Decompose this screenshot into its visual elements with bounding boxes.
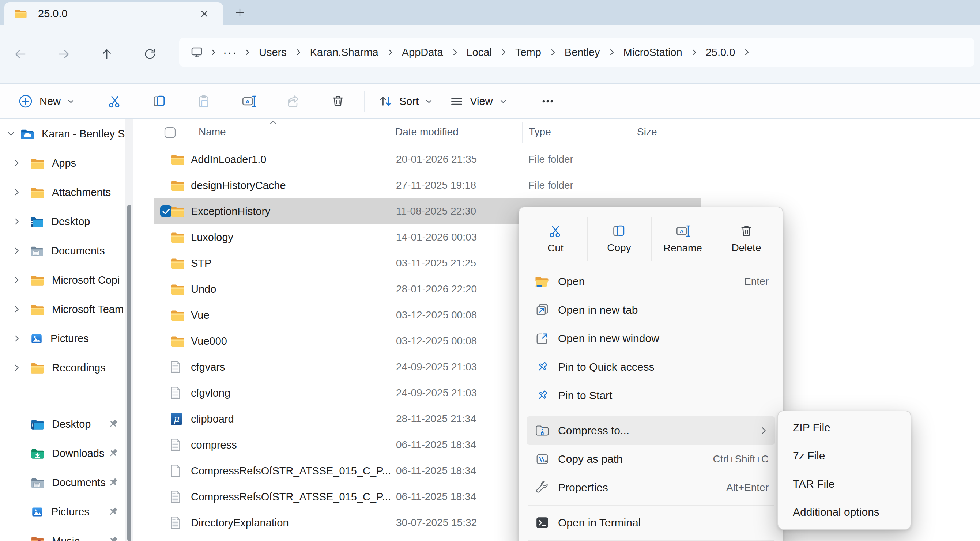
- chevron-down-icon: [425, 97, 433, 106]
- context-action-rename[interactable]: ARename: [651, 212, 714, 266]
- view-button[interactable]: View: [441, 88, 515, 115]
- menu-item-compress-to[interactable]: Compress to...: [527, 416, 775, 445]
- folder-icon: [170, 153, 185, 165]
- column-divider[interactable]: [634, 122, 635, 143]
- sidebar-item-onedrive-root[interactable]: Karan - Bentley S: [0, 119, 137, 148]
- breadcrumb-item-karan-sharma[interactable]: Karan.Sharma: [305, 46, 384, 59]
- context-action-copy[interactable]: Copy: [587, 212, 651, 266]
- explorer-tab[interactable]: 25.0.0: [5, 2, 223, 25]
- column-header-name[interactable]: Name: [199, 126, 226, 138]
- share-button[interactable]: [272, 88, 315, 115]
- this-pc-icon[interactable]: [190, 46, 203, 59]
- file-row-designhistorycache[interactable]: designHistoryCache27-11-2025 19:18File f…: [137, 172, 980, 198]
- file-name: Luxology: [191, 231, 233, 243]
- mu-icon: μ: [170, 412, 182, 425]
- refresh-button[interactable]: [138, 43, 162, 66]
- sort-button[interactable]: Sort: [370, 88, 441, 115]
- column-header-type[interactable]: Type: [529, 126, 551, 138]
- column-header-size[interactable]: Size: [637, 126, 657, 138]
- cut-button[interactable]: [94, 88, 136, 115]
- doclined-icon: [170, 490, 180, 503]
- new-tab-button[interactable]: [231, 4, 249, 21]
- chevron-down-icon[interactable]: [3, 129, 19, 138]
- menu-item-label: Open in Terminal: [558, 517, 641, 529]
- file-date-modified: 28-01-2026 22:20: [396, 283, 477, 295]
- menu-item-pin-to-quick-access[interactable]: Pin to Quick access: [527, 353, 775, 381]
- paste-button[interactable]: [183, 88, 225, 115]
- submenu-item-zip-file[interactable]: ZIP File: [781, 413, 908, 441]
- breadcrumb-item-bentley[interactable]: Bentley: [559, 46, 606, 59]
- sidebar-pinned-pictures[interactable]: Pictures: [0, 497, 137, 527]
- fdocuments-icon: [30, 245, 44, 257]
- breadcrumb-item-microstation[interactable]: MicroStation: [618, 46, 688, 59]
- sidebar-item-pictures[interactable]: Pictures: [0, 324, 137, 353]
- rename-button[interactable]: A: [228, 88, 270, 115]
- breadcrumb: ···UsersKaran.SharmaAppDataLocalTempBent…: [179, 38, 974, 67]
- delete-button[interactable]: [317, 88, 359, 115]
- folder-icon: [14, 8, 27, 19]
- menu-item-pin-to-start[interactable]: Pin to Start: [527, 381, 775, 410]
- rename-icon: A: [675, 223, 690, 239]
- submenu-item-additional-options[interactable]: Additional options: [781, 498, 908, 526]
- breadcrumb-item-users[interactable]: Users: [253, 46, 292, 59]
- breadcrumb-chevron-icon: [499, 48, 508, 57]
- submenu-item-tar-file[interactable]: TAR File: [781, 470, 908, 498]
- context-action-cut[interactable]: Cut: [523, 212, 587, 266]
- sidebar-item-microsoft-team[interactable]: Microsoft Team: [0, 295, 137, 324]
- chevron-down-icon: [67, 97, 75, 106]
- column-divider[interactable]: [522, 122, 523, 143]
- view-button-label: View: [470, 95, 493, 108]
- submenu-item-label: TAR File: [793, 478, 834, 490]
- sidebar-item-attachments[interactable]: Attachments: [0, 178, 137, 207]
- breadcrumb-overflow[interactable]: ···: [220, 46, 241, 59]
- menu-item-open-in-new-window[interactable]: Open in new window: [527, 324, 775, 353]
- context-action-label: Cut: [547, 242, 563, 254]
- sidebar-item-apps[interactable]: Apps: [0, 148, 137, 178]
- breadcrumb-item-temp[interactable]: Temp: [510, 46, 547, 59]
- compress-to-submenu: ZIP File7z FileTAR FileAdditional option…: [777, 411, 911, 530]
- fdesktop-icon: [30, 216, 44, 227]
- column-header-date-modified[interactable]: Date modified: [395, 126, 458, 138]
- sidebar-item-documents[interactable]: Documents: [0, 236, 137, 265]
- sidebar-item-recordings[interactable]: Recordings: [0, 353, 137, 382]
- menu-item-open-in-terminal[interactable]: Open in Terminal: [527, 508, 775, 537]
- submenu-item-7z-file[interactable]: 7z File: [781, 441, 908, 470]
- sidebar-pinned-downloads[interactable]: Downloads: [0, 439, 137, 468]
- breadcrumb-item-appdata[interactable]: AppData: [396, 46, 449, 59]
- toolbar-separator: [521, 90, 522, 112]
- select-all-checkbox[interactable]: [164, 127, 176, 138]
- sidebar-scrollbar-thumb[interactable]: [127, 205, 131, 541]
- copy-button[interactable]: [138, 88, 181, 115]
- back-button[interactable]: [9, 43, 32, 66]
- sidebar-item-microsoft-copi[interactable]: Microsoft Copi: [0, 265, 137, 295]
- sidebar-item-label: Microsoft Team: [52, 303, 124, 316]
- column-divider[interactable]: [705, 122, 705, 143]
- breadcrumb-item-local[interactable]: Local: [461, 46, 497, 59]
- up-button[interactable]: [95, 43, 118, 66]
- column-divider[interactable]: [389, 122, 390, 143]
- sidebar-pinned-desktop[interactable]: Desktop: [0, 409, 137, 439]
- file-date-modified: 11-08-2025 22:30: [396, 205, 476, 217]
- file-name: clipboard: [191, 413, 234, 425]
- menu-item-open-in-new-tab[interactable]: Open in new tab: [527, 296, 775, 324]
- menu-item-label: Open in new window: [558, 332, 659, 345]
- tab-close-icon[interactable]: [198, 8, 211, 20]
- menu-item-copy-as-path[interactable]: Copy as pathCtrl+Shift+C: [527, 445, 775, 473]
- sidebar-item-label: Pictures: [51, 333, 89, 345]
- menu-item-properties[interactable]: PropertiesAlt+Enter: [527, 473, 775, 502]
- breadcrumb-item-25-0-0[interactable]: 25.0.0: [700, 46, 741, 59]
- see-more-button[interactable]: [527, 88, 569, 115]
- view-icon: [449, 94, 464, 109]
- new-button[interactable]: New: [10, 88, 83, 115]
- file-row-addinloader1-0[interactable]: AddInLoader1.020-01-2026 21:35File folde…: [137, 146, 980, 172]
- forward-button[interactable]: [52, 43, 75, 66]
- menu-item-label: Compress to...: [558, 424, 629, 437]
- menu-separator: [528, 540, 774, 541]
- menu-item-open[interactable]: OpenEnter: [527, 267, 775, 296]
- breadcrumb-chevron-icon: [386, 48, 395, 57]
- file-name: Vue: [191, 309, 210, 321]
- sidebar-pinned-music[interactable]: Music: [0, 527, 137, 541]
- sidebar-pinned-documents[interactable]: Documents: [0, 468, 137, 497]
- context-action-delete[interactable]: Delete: [714, 212, 778, 266]
- sidebar-item-desktop[interactable]: Desktop: [0, 207, 137, 236]
